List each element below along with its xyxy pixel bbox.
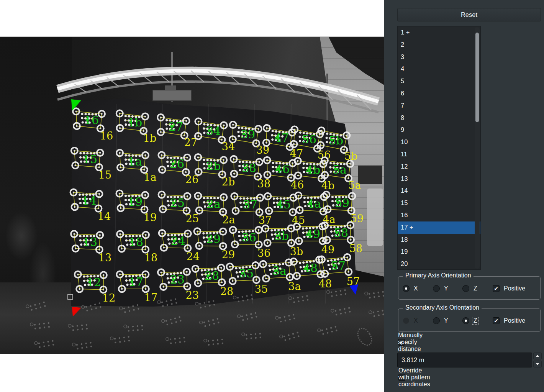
image-list-item[interactable]: 2 [398, 39, 480, 51]
axis-option-y: Y [433, 285, 448, 292]
positive-label: Positive [504, 317, 525, 324]
axis-option-x: X [403, 317, 418, 324]
image-list-item[interactable]: 9 [398, 124, 480, 136]
axis-option-y: Y [433, 317, 448, 324]
board-light [69, 95, 360, 309]
image-list-item[interactable]: 13 [398, 173, 480, 185]
distance-input[interactable] [397, 353, 532, 367]
image-list-item[interactable]: 16 [398, 209, 480, 221]
manual-distance-label: Manually specify distance [398, 332, 423, 353]
radio-z[interactable] [462, 317, 469, 324]
primary-axis-title: Primary Axis Orientation [403, 272, 474, 279]
wall-sign [358, 166, 382, 184]
radio-label-z: Z [474, 285, 477, 292]
positive-checkbox[interactable]: ✔ [493, 285, 500, 292]
image-list-item[interactable]: 3 [398, 51, 480, 63]
axis-option-x: X [403, 285, 418, 292]
image-list-item[interactable]: 5 [398, 75, 480, 87]
image-list-item[interactable]: 18 [398, 234, 480, 246]
scrollbar-thumb[interactable] [475, 33, 479, 122]
control-panel: Reset 1 +234567891011121314151617 +18192… [384, 0, 544, 392]
radio-label-y: Y [444, 317, 448, 324]
override-row: Override with pattern coordinates [398, 374, 405, 381]
radio-z[interactable] [462, 285, 469, 292]
image-list-items: 1 +234567891011121314151617 +181920 [398, 26, 480, 270]
spin-up-button[interactable] [533, 353, 542, 359]
down-arrow-icon [536, 363, 539, 365]
image-list-item[interactable]: 15 [398, 197, 480, 209]
image-list[interactable]: 1 +234567891011121314151617 +181920 [397, 26, 481, 270]
positive-option: ✔Positive [493, 285, 525, 292]
reset-button[interactable]: Reset [397, 8, 541, 21]
image-list-item[interactable]: 12 [398, 161, 480, 173]
spin-down-button[interactable] [533, 361, 542, 367]
truss-pole [326, 74, 328, 125]
radio-label-x: X [414, 285, 418, 292]
image-list-item[interactable]: 11 [398, 148, 480, 161]
image-list-item[interactable]: 17 + [398, 221, 480, 234]
image-list-item[interactable]: 7 [398, 100, 480, 112]
radio-x[interactable] [403, 317, 410, 324]
image-list-item[interactable]: 20 [398, 258, 480, 270]
camera-image: 16161b1b272734343939474756565b5b15151a1a… [0, 36, 384, 354]
positive-label: Positive [504, 285, 525, 292]
up-arrow-icon [536, 355, 539, 357]
manual-distance-row: ✔ Manually specify distance [398, 339, 405, 346]
distance-spinner [533, 353, 542, 367]
image-list-item[interactable]: 6 [398, 87, 480, 100]
secondary-axis-group: Secondary Axis Orientation XYZ✔Positive [398, 308, 541, 332]
axis-option-z: Z [462, 317, 477, 324]
override-label: Override with pattern coordinates [398, 367, 430, 388]
scrollbar-track[interactable] [475, 27, 480, 269]
radio-label-z: Z [472, 317, 479, 325]
image-list-item[interactable]: 19 [398, 246, 480, 258]
secondary-axis-title: Secondary Axis Orientation [403, 304, 482, 311]
image-list-item[interactable]: 8 [398, 112, 480, 124]
radio-y[interactable] [433, 285, 440, 292]
primary-axis-group: Primary Axis Orientation XYZ✔Positive [398, 276, 541, 300]
positive-option: ✔Positive [493, 317, 525, 324]
image-list-item[interactable]: 10 [398, 136, 480, 148]
wall-pillar [367, 189, 383, 246]
radio-label-x: X [414, 317, 418, 324]
radio-y[interactable] [433, 317, 440, 324]
projector-mount [165, 85, 176, 90]
image-list-item[interactable]: 1 + [398, 26, 480, 39]
positive-checkbox[interactable]: ✔ [493, 317, 500, 324]
image-list-item[interactable]: 14 [398, 185, 480, 197]
image-list-item[interactable]: 4 [398, 63, 480, 75]
projector-box [152, 90, 192, 101]
radio-label-y: Y [444, 285, 448, 292]
axis-option-z: Z [462, 285, 477, 292]
radio-x[interactable] [403, 285, 410, 292]
